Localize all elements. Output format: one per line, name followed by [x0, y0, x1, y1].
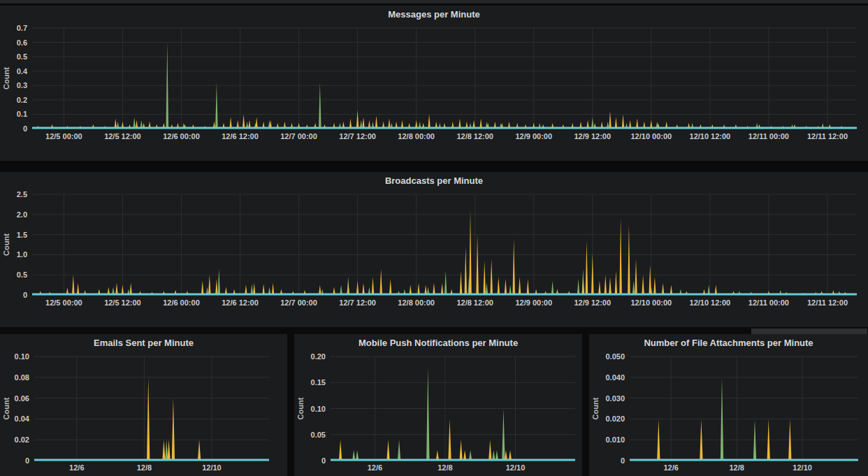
svg-text:12/6: 12/6 [69, 463, 84, 472]
svg-text:12/7 12:00: 12/7 12:00 [339, 298, 376, 307]
svg-text:0.040: 0.040 [605, 373, 625, 382]
svg-text:0.050: 0.050 [605, 352, 625, 361]
y-axis-label: Count [591, 397, 600, 419]
svg-text:0.10: 0.10 [311, 405, 326, 413]
svg-text:0.5: 0.5 [17, 52, 27, 61]
svg-text:12/10 00:00: 12/10 00:00 [630, 298, 672, 307]
svg-text:1.0: 1.0 [17, 250, 27, 259]
svg-text:12/7 12:00: 12/7 12:00 [339, 132, 376, 140]
svg-text:12/6 12:00: 12/6 12:00 [222, 132, 259, 140]
svg-text:0.030: 0.030 [605, 394, 625, 403]
svg-text:12/5 00:00: 12/5 00:00 [45, 132, 82, 140]
svg-text:12/6: 12/6 [368, 463, 382, 472]
yellow-series [339, 419, 512, 461]
svg-text:0: 0 [321, 456, 326, 465]
svg-text:12/11 00:00: 12/11 00:00 [748, 298, 789, 307]
svg-text:12/10: 12/10 [202, 463, 222, 472]
svg-text:12/5 12:00: 12/5 12:00 [104, 132, 141, 140]
svg-text:12/8 12:00: 12/8 12:00 [456, 132, 493, 140]
svg-text:12/5 12:00: 12/5 12:00 [104, 298, 141, 307]
svg-text:0: 0 [23, 291, 27, 299]
svg-text:12/9 12:00: 12/9 12:00 [574, 132, 611, 140]
panel-broadcasts-per-minute: Broadcasts per Minute 00.51.01.52.02.512… [0, 172, 868, 327]
svg-text:0: 0 [25, 456, 29, 465]
mobile-push-chart[interactable]: 00.050.100.150.2012/612/812/10Count [294, 334, 582, 476]
yellow-series [39, 210, 846, 295]
svg-text:12/8: 12/8 [437, 463, 452, 472]
svg-text:12/5 00:00: 12/5 00:00 [45, 298, 82, 307]
svg-text:12/11 12:00: 12/11 12:00 [807, 132, 848, 140]
svg-text:0.06: 0.06 [15, 394, 29, 403]
svg-text:0.05: 0.05 [311, 431, 326, 439]
panel-mobile-push-per-minute: Mobile Push Notifications per Minute 00.… [294, 334, 582, 476]
svg-text:12/7 00:00: 12/7 00:00 [280, 132, 317, 140]
panel-emails-sent-per-minute: Emails Sent per Minute 00.020.040.060.08… [0, 334, 287, 476]
y-axis-label: Count [2, 67, 10, 89]
svg-text:12/10: 12/10 [506, 463, 526, 472]
svg-text:12/10 12:00: 12/10 12:00 [690, 298, 731, 307]
svg-text:12/11 12:00: 12/11 12:00 [807, 298, 848, 307]
svg-text:12/8 00:00: 12/8 00:00 [398, 298, 435, 307]
svg-text:12/9 12:00: 12/9 12:00 [574, 298, 611, 307]
top-toolbar-edge [0, 0, 868, 4]
svg-text:0.4: 0.4 [17, 67, 28, 75]
emails-chart[interactable]: 00.020.040.060.080.1012/612/812/10Count [0, 334, 287, 476]
svg-text:0.7: 0.7 [17, 24, 27, 32]
svg-text:12/10 00:00: 12/10 00:00 [630, 132, 672, 140]
svg-text:12/10: 12/10 [793, 463, 812, 472]
svg-text:0.02: 0.02 [15, 435, 29, 444]
svg-text:2.5: 2.5 [17, 190, 27, 199]
svg-text:12/11 00:00: 12/11 00:00 [748, 132, 789, 140]
svg-text:0.1: 0.1 [17, 110, 27, 118]
svg-text:12/9 00:00: 12/9 00:00 [515, 298, 552, 307]
svg-text:12/10 12:00: 12/10 12:00 [690, 132, 731, 140]
svg-text:0: 0 [23, 124, 27, 133]
y-axis-label: Count [296, 397, 305, 419]
svg-text:12/8 00:00: 12/8 00:00 [398, 132, 435, 140]
svg-text:12/8: 12/8 [137, 463, 152, 472]
svg-text:12/8 12:00: 12/8 12:00 [456, 298, 493, 307]
svg-text:0.5: 0.5 [17, 271, 27, 279]
svg-text:0.020: 0.020 [605, 414, 625, 423]
y-axis-label: Count [2, 397, 10, 419]
svg-text:0.010: 0.010 [605, 435, 625, 444]
svg-text:1.5: 1.5 [17, 231, 27, 239]
svg-text:0.04: 0.04 [15, 414, 30, 423]
svg-text:12/7 00:00: 12/7 00:00 [280, 298, 317, 307]
y-axis-label: Count [2, 233, 10, 256]
svg-text:0.15: 0.15 [311, 378, 326, 387]
svg-text:12/9 00:00: 12/9 00:00 [515, 132, 552, 140]
svg-text:0.20: 0.20 [311, 352, 326, 361]
svg-text:12/6 00:00: 12/6 00:00 [163, 132, 200, 140]
svg-text:12/6 12:00: 12/6 12:00 [222, 298, 259, 307]
broadcasts-chart[interactable]: 00.51.01.52.02.512/5 00:0012/5 12:0012/6… [0, 172, 868, 327]
panel-messages-per-minute: Messages per Minute 00.10.20.30.40.50.60… [0, 6, 868, 161]
svg-text:0.08: 0.08 [15, 373, 29, 382]
svg-text:0.10: 0.10 [15, 352, 29, 361]
svg-text:0.2: 0.2 [17, 96, 27, 104]
svg-text:12/8: 12/8 [729, 463, 744, 472]
file-attachments-chart[interactable]: 00.0100.0200.0300.0400.05012/612/812/10C… [589, 334, 868, 476]
panel-file-attachments-per-minute: Number of File Attachments per Minute 00… [589, 334, 868, 476]
svg-text:0: 0 [621, 456, 625, 465]
messages-chart[interactable]: 00.10.20.30.40.50.60.712/5 00:0012/5 12:… [0, 6, 868, 161]
svg-text:0.6: 0.6 [17, 38, 27, 47]
svg-text:0.3: 0.3 [17, 81, 27, 89]
svg-text:12/6: 12/6 [663, 463, 678, 472]
svg-text:2.0: 2.0 [17, 210, 27, 219]
svg-text:12/6 00:00: 12/6 00:00 [163, 298, 200, 307]
